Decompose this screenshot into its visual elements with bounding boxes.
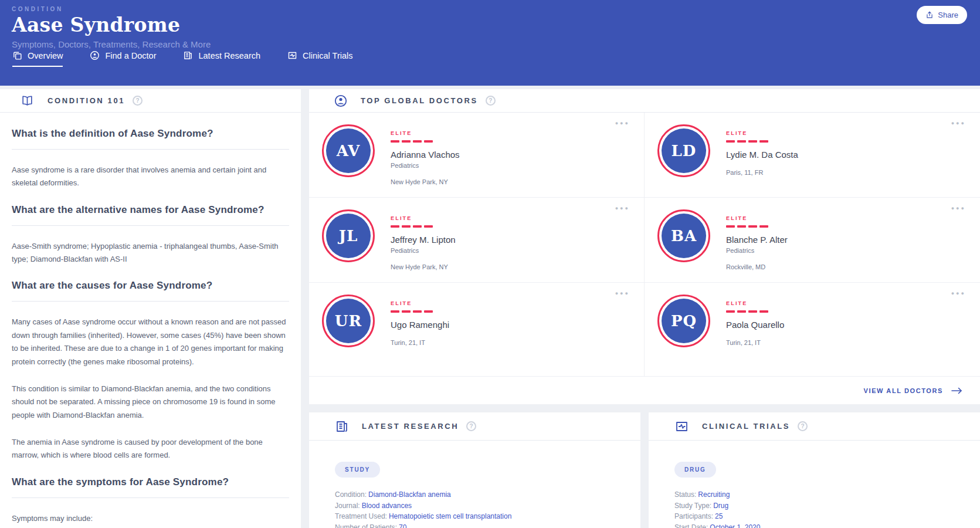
elite-badge: ELITE	[726, 215, 788, 221]
field-row: Journal:Blood advances	[335, 502, 640, 510]
doctor-card[interactable]: ●●●AVELITEAdrianna VlachosPediatricsNew …	[309, 113, 645, 198]
monitor-pulse-icon	[674, 419, 689, 434]
elite-badge: ELITE	[391, 300, 449, 306]
latest-research-panel: LATEST RESEARCH ? STUDY Condition:Diamon…	[309, 412, 640, 528]
research-header: LATEST RESEARCH ?	[309, 412, 640, 441]
view-all-doctors-link[interactable]: VIEW ALL DOCTORS	[864, 387, 962, 394]
field-label: Journal:	[335, 502, 360, 510]
elite-rating-bar	[391, 310, 449, 313]
tab-find-a-doctor[interactable]: Find a Doctor	[90, 50, 156, 67]
field-row: Treatment Used:Hematopoietic stem cell t…	[335, 512, 640, 520]
doctor-info: ELITEPaola QuarelloTurin, 21, IT	[726, 295, 784, 376]
doctor-info: ELITELydie M. Da CostaParis, 11, FR	[726, 124, 798, 197]
doctor-card[interactable]: ●●●PQELITEPaola QuarelloTurin, 21, IT	[645, 283, 980, 377]
help-icon[interactable]: ?	[133, 96, 143, 106]
page-header: CONDITION Aase Syndrome Symptoms, Doctor…	[0, 0, 980, 86]
doctor-name: Jeffrey M. Lipton	[391, 235, 456, 245]
doctor-card[interactable]: ●●●JLELITEJeffrey M. LiptonPediatricsNew…	[309, 198, 645, 283]
field-row: Status:Recruiting	[674, 490, 980, 499]
tab-label: Find a Doctor	[105, 51, 156, 60]
qa-paragraph: Aase-Smith syndrome; Hypoplastic anemia …	[12, 240, 289, 266]
field-value-link[interactable]: Hematopoietic stem cell transplantation	[389, 512, 511, 520]
avatar-initials: PQ	[662, 299, 706, 343]
field-label: Study Type:	[674, 502, 711, 510]
avatar-initials: LD	[662, 128, 706, 173]
avatar-initials: JL	[326, 214, 371, 258]
elite-rating-bar	[726, 140, 798, 143]
doctor-info: ELITEJeffrey M. LiptonPediatricsNew Hyde…	[391, 209, 456, 282]
elite-rating-bar	[391, 225, 456, 228]
doctors-footer: VIEW ALL DOCTORS	[309, 377, 980, 404]
research-fields: Condition:Diamond-Blackfan anemiaJournal…	[335, 490, 640, 528]
help-icon[interactable]: ?	[798, 421, 808, 431]
doctor-icon	[90, 50, 100, 60]
trials-icon	[287, 50, 297, 60]
card-menu-icon[interactable]: ●●●	[951, 120, 966, 126]
elite-badge: ELITE	[726, 130, 798, 136]
help-icon[interactable]: ?	[466, 421, 476, 431]
doctor-card[interactable]: ●●●URELITEUgo RamenghiTurin, 21, IT	[309, 283, 645, 377]
field-value-link[interactable]: Diamond-Blackfan anemia	[368, 490, 451, 499]
field-row: Condition:Diamond-Blackfan anemia	[335, 490, 640, 499]
page-subtitle: Symptoms, Doctors, Treatments, Research …	[12, 39, 980, 49]
doctor-name: Adrianna Vlachos	[391, 150, 460, 160]
avatar: UR	[322, 295, 375, 347]
arrow-right-icon	[951, 387, 962, 394]
share-button[interactable]: Share	[917, 6, 967, 24]
tab-latest-research[interactable]: Latest Research	[183, 50, 260, 67]
section-title: LATEST RESEARCH	[362, 422, 459, 431]
help-icon[interactable]: ?	[486, 96, 496, 106]
doctor-name: Paola Quarello	[726, 320, 784, 330]
avatar-initials: UR	[326, 299, 371, 343]
doctor-specialty: Pediatrics	[391, 162, 460, 169]
page-title: Aase Syndrome	[12, 13, 980, 36]
header-tabs: OverviewFind a DoctorLatest ResearchClin…	[12, 50, 353, 67]
book-icon	[20, 94, 35, 107]
avatar: PQ	[657, 295, 710, 347]
share-icon	[925, 11, 934, 19]
doctor-info: ELITEBlanche P. AlterPediatricsRockville…	[726, 209, 788, 282]
qa-paragraph: The anemia in Aase syndrome is caused by…	[12, 436, 289, 462]
doctor-location: Turin, 21, IT	[391, 339, 449, 346]
drug-badge: DRUG	[674, 462, 716, 478]
doctor-specialty: Pediatrics	[391, 247, 456, 254]
field-label: Condition:	[335, 490, 367, 499]
qa-question: What are the alternative names for Aase …	[12, 199, 289, 226]
doctor-card[interactable]: ●●●BAELITEBlanche P. AlterPediatricsRock…	[645, 198, 980, 283]
card-menu-icon[interactable]: ●●●	[951, 290, 966, 296]
doctor-location: New Hyde Park, NY	[391, 178, 460, 185]
card-menu-icon[interactable]: ●●●	[615, 290, 630, 296]
qa-paragraph: This condition is similar to Diamond-Bla…	[12, 383, 289, 422]
field-value-link[interactable]: Drug	[713, 502, 728, 510]
newspaper-icon	[335, 419, 349, 434]
field-row: Number of Patients:70	[335, 523, 640, 528]
field-value-link[interactable]: 25	[715, 512, 723, 520]
elite-rating-bar	[726, 225, 788, 228]
avatar: LD	[657, 124, 710, 177]
field-value-link[interactable]: October 1, 2020	[710, 523, 760, 528]
field-label: Number of Patients:	[335, 523, 397, 528]
doctor-location: New Hyde Park, NY	[391, 263, 456, 270]
doctor-info: ELITEUgo RamenghiTurin, 21, IT	[391, 295, 449, 376]
section-title: CONDITION 101	[48, 96, 125, 105]
doctor-name: Ugo Ramenghi	[391, 320, 449, 330]
research-icon	[183, 50, 193, 60]
doctor-card[interactable]: ●●●LDELITELydie M. Da CostaParis, 11, FR	[645, 113, 980, 198]
avatar: AV	[322, 124, 375, 177]
tab-label: Clinical Trials	[303, 51, 352, 60]
avatar: BA	[657, 209, 710, 262]
condition-101-header: CONDITION 101 ?	[0, 89, 301, 113]
card-menu-icon[interactable]: ●●●	[615, 205, 630, 211]
card-menu-icon[interactable]: ●●●	[951, 205, 966, 211]
elite-badge: ELITE	[391, 130, 460, 136]
field-value-link[interactable]: 70	[399, 523, 406, 528]
field-row: Start Date:October 1, 2020	[674, 523, 980, 528]
doctor-location: Turin, 21, IT	[726, 339, 784, 346]
card-menu-icon[interactable]: ●●●	[615, 120, 630, 126]
field-value-link[interactable]: Recruiting	[698, 490, 730, 499]
study-badge: STUDY	[335, 462, 380, 478]
field-value-link[interactable]: Blood advances	[362, 502, 412, 510]
trials-fields: Status:RecruitingStudy Type:DrugParticip…	[674, 490, 980, 528]
tab-clinical-trials[interactable]: Clinical Trials	[287, 50, 352, 67]
tab-overview[interactable]: Overview	[12, 50, 63, 67]
